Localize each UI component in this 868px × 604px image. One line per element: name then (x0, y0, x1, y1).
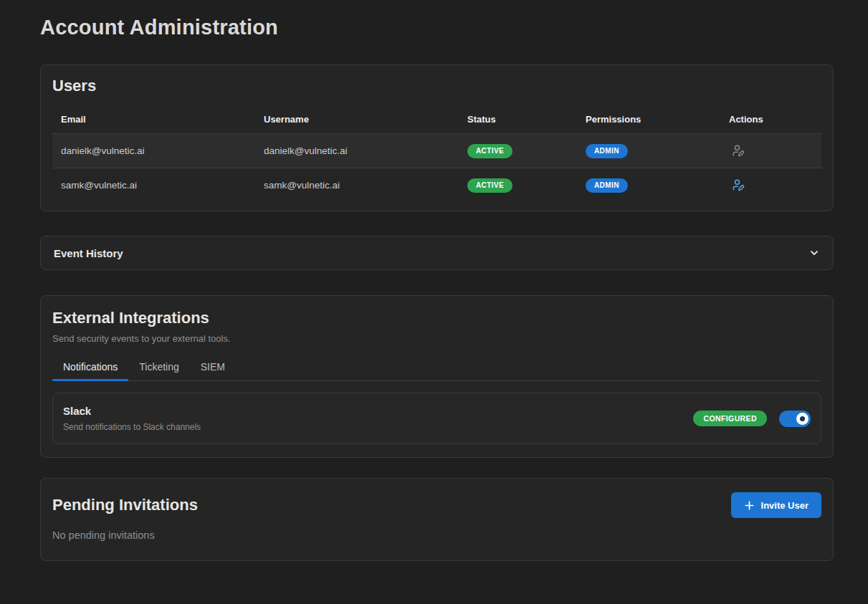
column-header-status: Status (459, 110, 577, 134)
status-badge: ACTIVE (467, 144, 512, 158)
account-administration-page: Account Administration Users Email Usern… (0, 0, 868, 561)
user-username: samk@vulnetic.ai (255, 168, 459, 203)
integrations-tabs: Notifications Ticketing SIEM (52, 361, 821, 381)
integrations-subtitle: Send security events to your external to… (52, 333, 821, 344)
integration-controls: CONFIGURED (693, 411, 811, 427)
external-integrations-section: External Integrations Send security even… (40, 295, 834, 458)
event-history-title: Event History (54, 247, 123, 259)
edit-user-button[interactable] (729, 143, 748, 158)
plus-icon (744, 500, 755, 511)
user-edit-icon (732, 144, 745, 157)
integration-name: Slack (63, 405, 201, 417)
edit-user-button[interactable] (729, 177, 748, 193)
slack-enabled-toggle[interactable] (779, 411, 811, 427)
integration-card-slack: Slack Send notifications to Slack channe… (52, 393, 821, 444)
page-title: Account Administration (40, 16, 834, 39)
tab-siem[interactable]: SIEM (190, 361, 236, 380)
configured-badge: CONFIGURED (693, 411, 767, 427)
integrations-title: External Integrations (52, 309, 821, 327)
column-header-username: Username (255, 110, 459, 134)
permissions-badge: ADMIN (586, 144, 628, 158)
users-table-header-row: Email Username Status Permissions Action… (52, 110, 821, 134)
tab-notifications[interactable]: Notifications (52, 361, 128, 380)
pending-invitations-header: Pending Invitations Invite User (52, 492, 821, 518)
users-table: Email Username Status Permissions Action… (52, 110, 821, 202)
event-history-accordion[interactable]: Event History (40, 236, 834, 270)
users-section: Users Email Username Status Permissions … (40, 64, 834, 211)
column-header-actions: Actions (720, 110, 821, 134)
chevron-down-icon (809, 247, 820, 259)
invite-user-label: Invite User (761, 500, 809, 511)
pending-invitations-title: Pending Invitations (52, 496, 198, 514)
toggle-knob (796, 413, 809, 425)
user-edit-icon (732, 178, 745, 191)
table-row: danielk@vulnetic.ai danielk@vulnetic.ai … (52, 134, 821, 168)
column-header-email: Email (52, 110, 255, 134)
no-pending-invitations-text: No pending invitations (52, 529, 821, 541)
tab-ticketing[interactable]: Ticketing (128, 361, 190, 380)
user-username: danielk@vulnetic.ai (255, 134, 459, 168)
integration-info: Slack Send notifications to Slack channe… (63, 405, 201, 432)
table-row: samk@vulnetic.ai samk@vulnetic.ai ACTIVE… (52, 168, 821, 203)
user-email: samk@vulnetic.ai (52, 168, 255, 203)
integration-description: Send notifications to Slack channels (63, 422, 201, 432)
user-email: danielk@vulnetic.ai (52, 134, 255, 168)
pending-invitations-section: Pending Invitations Invite User No pendi… (40, 478, 834, 561)
permissions-badge: ADMIN (586, 178, 628, 193)
invite-user-button[interactable]: Invite User (731, 492, 821, 518)
status-badge: ACTIVE (467, 178, 512, 193)
users-section-title: Users (52, 77, 821, 95)
column-header-permissions: Permissions (577, 110, 720, 134)
